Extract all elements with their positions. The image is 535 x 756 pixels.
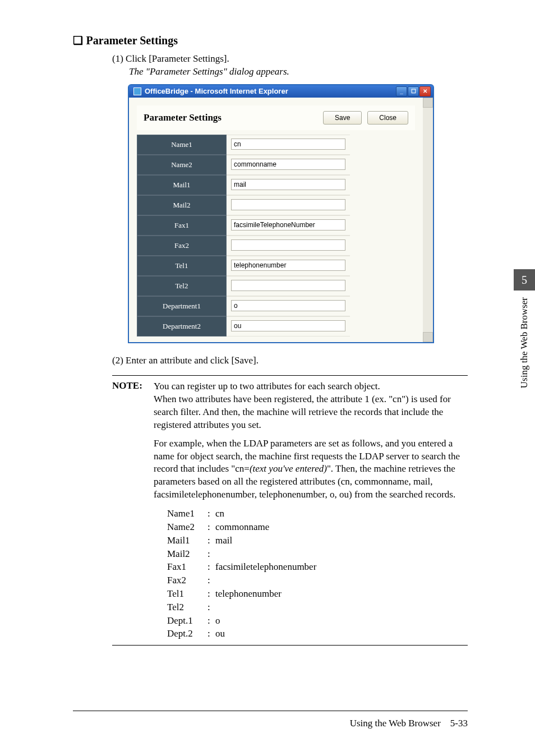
label-tel2: Tel2 xyxy=(137,276,227,296)
scroll-down-icon[interactable] xyxy=(423,332,433,342)
step-1-sub: The "Parameter Settings" dialog appears. xyxy=(129,66,468,79)
window-title: OfficeBridge - Microsoft Internet Explor… xyxy=(145,87,288,95)
save-button[interactable]: Save xyxy=(323,111,362,125)
label-dept2: Department2 xyxy=(137,316,227,336)
label-mail1: Mail1 xyxy=(137,175,227,195)
input-name2[interactable] xyxy=(231,159,345,170)
page-number: 5-33 xyxy=(450,718,468,729)
checkbox-icon: ❏ xyxy=(73,34,86,47)
note-block: NOTE: You can register up to two attribu… xyxy=(112,375,468,646)
close-panel-button[interactable]: Close xyxy=(367,111,408,125)
input-dept1[interactable] xyxy=(231,300,345,311)
input-fax1[interactable] xyxy=(231,219,345,231)
maximize-button[interactable]: ☐ xyxy=(408,86,419,96)
footer-title: Using the Web Browser xyxy=(350,718,441,729)
input-fax2[interactable] xyxy=(231,239,345,251)
note-label: NOTE: xyxy=(112,380,154,391)
input-tel2[interactable] xyxy=(231,280,345,291)
input-mail2[interactable] xyxy=(231,199,345,210)
close-button[interactable]: ✕ xyxy=(419,86,431,96)
input-name1[interactable] xyxy=(231,139,345,150)
step-1: (1) Click [Parameter Settings]. xyxy=(112,53,468,66)
label-fax2: Fax2 xyxy=(137,236,227,256)
input-dept2[interactable] xyxy=(231,320,345,331)
label-name2: Name2 xyxy=(137,155,227,175)
minimize-button[interactable]: _ xyxy=(396,86,407,96)
window-title-bar: OfficeBridge - Microsoft Internet Explor… xyxy=(129,85,433,98)
panel-title: Parameter Settings xyxy=(144,112,222,123)
window-controls: _ ☐ ✕ xyxy=(396,86,431,96)
note-body: You can register up to two attributes fo… xyxy=(154,380,468,640)
page-footer: Using the Web Browser 5-33 xyxy=(0,711,535,729)
side-chapter-title: Using the Web Browser xyxy=(519,297,530,388)
input-tel1[interactable] xyxy=(231,260,345,271)
label-tel1: Tel1 xyxy=(137,256,227,276)
parameter-table: Name1 Name2 Mail1 Mail2 Fax1 Fax2 Tel1 T… xyxy=(137,135,415,336)
chapter-tab: 5 xyxy=(514,269,535,291)
browser-window: OfficeBridge - Microsoft Internet Explor… xyxy=(128,84,434,343)
scroll-up-icon[interactable] xyxy=(423,98,433,108)
input-mail1[interactable] xyxy=(231,179,345,190)
step-2: (2) Enter an attribute and click [Save]. xyxy=(112,354,468,367)
attribute-list: Name1:cn Name2:commonname Mail1:mail Mai… xyxy=(167,507,468,640)
scrollbar[interactable] xyxy=(423,98,433,342)
label-fax1: Fax1 xyxy=(137,215,227,236)
ie-icon xyxy=(133,87,141,95)
label-mail2: Mail2 xyxy=(137,195,227,215)
label-dept1: Department1 xyxy=(137,296,227,316)
label-name1: Name1 xyxy=(137,135,227,155)
panel-header: Parameter Settings Save Close xyxy=(137,105,415,130)
section-title: ❏ Parameter Settings xyxy=(73,34,468,47)
